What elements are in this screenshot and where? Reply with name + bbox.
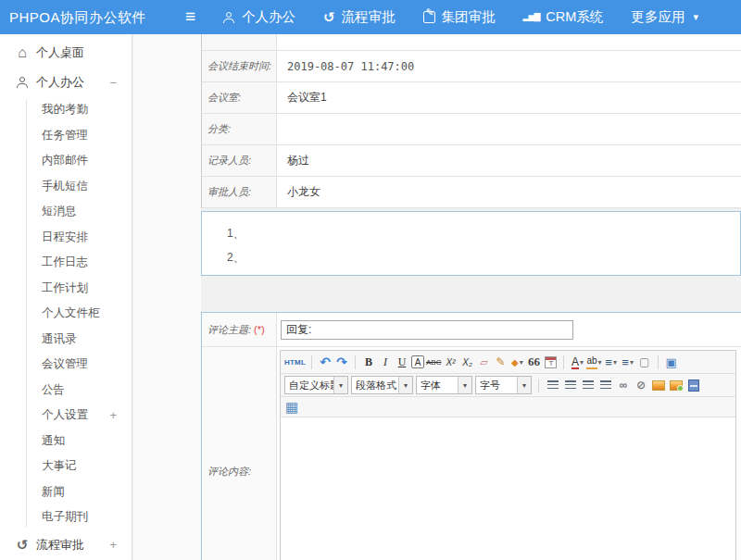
sidebar-item-label: 个人文件柜: [42, 305, 100, 321]
toolbar-bullet-list-button[interactable]: ≡ ▾: [621, 354, 635, 371]
sidebar-item-mobile-sms[interactable]: 手机短信: [0, 174, 132, 200]
editor-toolbar-row-2: 自定义标题 ▾ 段落格式 ▾ 字体 ▾ 字号 ▾: [281, 374, 735, 397]
toolbar-redo-button[interactable]: ↷: [334, 354, 349, 371]
person-icon: [15, 76, 30, 89]
toolbar-font-style-button[interactable]: A: [411, 355, 424, 368]
toolbar-insert-date-button[interactable]: [543, 354, 558, 371]
toolbar-font-color-button[interactable]: A ▾: [570, 354, 584, 371]
sidebar-item-label: 新闻: [42, 484, 65, 500]
toolbar-align-left-button[interactable]: [546, 377, 560, 394]
form-row-recorder: 记录人员: 杨过: [202, 145, 741, 177]
top-menu-personal-office[interactable]: 个人办公: [222, 0, 295, 34]
editor-toolbar-row-1: HTML ↶ ↷ B I U A ABC X² X₂ ▱ ✎: [281, 351, 735, 374]
wand-icon: ◆: [511, 357, 519, 367]
sidebar-item-work-log[interactable]: 工作日志: [0, 250, 132, 276]
caret-down-icon: ▾: [580, 358, 584, 367]
meeting-detail-table: 会议结束时间: 2019-08-07 11:47:00 会议室: 会议室1 分类…: [201, 34, 741, 208]
collapse-icon[interactable]: −: [109, 76, 117, 90]
sidebar-item-notifications[interactable]: 通知: [0, 429, 132, 454]
toolbar-insert-media-button[interactable]: [686, 377, 701, 394]
expand-icon[interactable]: +: [109, 408, 117, 422]
sidebar-item-short-message[interactable]: 短消息: [0, 199, 132, 225]
sidebar-item-label: 个人设置: [42, 407, 88, 423]
toolbar-undo-button[interactable]: ↶: [318, 354, 333, 371]
comment-subject-input[interactable]: [281, 320, 573, 340]
justify-icon: [600, 380, 611, 390]
toolbar-highlight-button[interactable]: ab ▾: [586, 354, 601, 371]
editor-content-area[interactable]: [281, 417, 735, 560]
toolbar-strikethrough-button[interactable]: ABC: [426, 354, 441, 371]
sidebar-item-label: 大事记: [42, 458, 77, 474]
dropdown-label: 段落格式: [352, 379, 398, 392]
sidebar: 个人桌面 个人办公 − 我的考勤 任务管理 内部邮件 手机短信 短消息 日程安排…: [0, 34, 132, 560]
font-size-dropdown[interactable]: 字号 ▾: [475, 376, 532, 394]
sidebar-item-label: 我的考勤: [42, 102, 88, 118]
sidebar-item-internal-mail[interactable]: 内部邮件: [0, 148, 132, 174]
sidebar-item-schedule[interactable]: 日程安排: [0, 225, 132, 251]
toolbar-bold-button[interactable]: B: [361, 354, 376, 371]
hamburger-menu-icon[interactable]: ≡: [185, 0, 195, 34]
sidebar-sublist: 我的考勤 任务管理 内部邮件 手机短信 短消息 日程安排 工作日志 工作计划 个…: [0, 97, 132, 530]
sidebar-item-my-attendance[interactable]: 我的考勤: [0, 97, 132, 123]
sidebar-item-personal-office[interactable]: 个人办公 −: [0, 68, 132, 97]
toolbar-subscript-button[interactable]: X₂: [459, 354, 474, 371]
sidebar-item-label: 日程安排: [42, 230, 88, 245]
image-icon: [652, 380, 665, 391]
home-icon: [15, 45, 30, 60]
sidebar-item-work-plan[interactable]: 工作计划: [0, 276, 132, 302]
toolbar-format-painter-button[interactable]: ✎: [493, 354, 508, 371]
sidebar-item-label: 短消息: [42, 204, 77, 219]
media-icon: [688, 380, 699, 392]
caret-down-icon: ▾: [598, 358, 602, 367]
sidebar-item-personal-files[interactable]: 个人文件柜: [0, 301, 132, 327]
toolbar-insert-image-button[interactable]: [651, 377, 666, 394]
toolbar-remove-link-button[interactable]: ⊘: [634, 377, 648, 394]
sidebar-item-personal-settings[interactable]: 个人设置 +: [0, 403, 132, 429]
app-logo: PHPOA协同办公软件: [9, 0, 146, 34]
top-menu-workflow-approval[interactable]: 流程审批: [323, 0, 396, 34]
toolbar-italic-button[interactable]: I: [378, 354, 393, 371]
toolbar-insert-link-button[interactable]: ∞: [616, 377, 631, 394]
toolbar-superscript-button[interactable]: X²: [443, 354, 458, 371]
sidebar-item-workflow-approval[interactable]: 流程审批 +: [0, 530, 132, 560]
paragraph-format-dropdown[interactable]: 段落格式 ▾: [351, 376, 413, 394]
align-center-icon: [565, 380, 576, 390]
sidebar-item-label: 会议管理: [42, 356, 88, 372]
toolbar-new-page-button[interactable]: ▢: [637, 354, 652, 371]
top-menu-more-apps[interactable]: 更多应用 ▾: [631, 0, 698, 34]
toolbar-fullscreen-button[interactable]: ▣: [664, 354, 679, 371]
comment-subject-label: 评论主题:: [207, 323, 251, 337]
toolbar-upload-image-button[interactable]: [669, 377, 684, 394]
sidebar-item-contacts[interactable]: 通讯录: [0, 327, 132, 353]
top-menu-label: 更多应用: [631, 8, 684, 26]
top-menu-crm-system[interactable]: CRM系统: [523, 0, 604, 34]
top-menu-group-approval[interactable]: 集团审批: [423, 0, 496, 34]
toolbar-blockquote-button[interactable]: 66: [526, 354, 541, 371]
toolbar-insert-table-button[interactable]: ▦: [284, 398, 299, 416]
toolbar-separator: [355, 355, 356, 369]
toolbar-underline-button[interactable]: U: [395, 354, 409, 371]
form-label-cell: [202, 34, 277, 50]
toolbar-html-source-button[interactable]: HTML: [284, 354, 306, 371]
toolbar-align-right-button[interactable]: [581, 377, 596, 394]
sidebar-item-news[interactable]: 新闻: [0, 479, 132, 505]
heading-style-dropdown[interactable]: 自定义标题 ▾: [284, 376, 348, 394]
sidebar-item-memorabilia[interactable]: 大事记: [0, 454, 132, 479]
toolbar-justify-button[interactable]: [598, 377, 613, 394]
toolbar-align-center-button[interactable]: [563, 377, 578, 394]
form-label: 会议结束时间:: [202, 51, 277, 81]
form-label: 分类:: [202, 114, 277, 144]
expand-icon[interactable]: +: [109, 538, 117, 552]
toolbar-numbered-list-button[interactable]: ≡ ▾: [604, 354, 619, 371]
sidebar-item-personal-desktop[interactable]: 个人桌面: [0, 38, 132, 68]
form-label: 记录人员:: [202, 145, 277, 176]
sidebar-item-announcements[interactable]: 公告: [0, 378, 132, 404]
sidebar-item-task-management[interactable]: 任务管理: [0, 123, 132, 149]
toolbar-quick-format-button[interactable]: ◆ ▾: [509, 354, 524, 371]
font-family-dropdown[interactable]: 字体 ▾: [416, 376, 472, 394]
sidebar-item-e-journal[interactable]: 电子期刊: [0, 504, 132, 530]
form-value: 小龙女: [277, 177, 741, 207]
sidebar-item-meeting-management[interactable]: 会议管理: [0, 352, 132, 378]
toolbar-clear-format-button[interactable]: ▱: [476, 354, 491, 371]
form-row-meeting-room: 会议室: 会议室1: [202, 82, 741, 114]
